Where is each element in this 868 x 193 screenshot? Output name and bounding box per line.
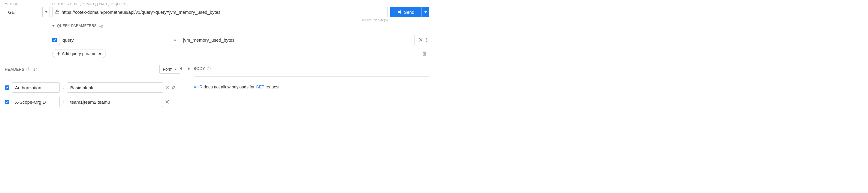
pane-divider bbox=[185, 65, 185, 107]
collapse-left-icon[interactable] bbox=[180, 67, 182, 70]
url-input-container[interactable] bbox=[52, 7, 388, 17]
lock-icon bbox=[56, 10, 62, 14]
collapse-right-icon[interactable] bbox=[188, 67, 190, 70]
body-msg-post: request. bbox=[265, 84, 281, 89]
param-key-input[interactable] bbox=[59, 35, 170, 45]
header-value-input[interactable] bbox=[67, 82, 163, 92]
body-message: XHR does not allow payloads for GET requ… bbox=[194, 84, 429, 89]
remove-header-icon[interactable] bbox=[165, 100, 169, 104]
body-msg-xhr: XHR bbox=[194, 84, 203, 89]
equals-sign: = bbox=[173, 37, 177, 42]
query-params-title: QUERY PARAMETERS bbox=[57, 24, 97, 28]
send-label: Send bbox=[404, 10, 414, 15]
svg-text:Z: Z bbox=[101, 26, 103, 28]
remove-param-icon[interactable] bbox=[419, 38, 423, 42]
body-msg-mid: does not allow payloads for bbox=[203, 84, 256, 89]
caret-down-icon bbox=[52, 25, 55, 27]
query-params-header[interactable]: QUERY PARAMETERS AZ bbox=[52, 24, 429, 28]
body-title: BODY ? bbox=[194, 66, 211, 71]
sort-icon[interactable]: AZ bbox=[99, 24, 103, 28]
svg-point-3 bbox=[426, 39, 427, 40]
method-dropdown-caret[interactable] bbox=[42, 7, 50, 17]
sort-icon[interactable]: AZ bbox=[33, 68, 37, 71]
help-icon[interactable]: ? bbox=[26, 68, 30, 71]
header-value-input[interactable] bbox=[67, 97, 163, 107]
colon: : bbox=[62, 100, 65, 104]
send-icon bbox=[397, 10, 402, 14]
add-query-param-button[interactable]: Add query parameter bbox=[52, 49, 106, 58]
header-key-input[interactable] bbox=[12, 82, 60, 92]
header-key-input[interactable] bbox=[12, 97, 60, 107]
plus-icon bbox=[57, 52, 60, 55]
method-label: METHOD bbox=[5, 2, 50, 6]
send-button[interactable]: Send bbox=[390, 7, 422, 17]
url-length-text: length: 72 byte(s) bbox=[5, 18, 429, 22]
method-select[interactable]: GET bbox=[5, 7, 50, 17]
query-param-row: = bbox=[52, 35, 429, 45]
header-row: : bbox=[5, 82, 180, 92]
url-hint-label: SCHEME :// HOST [ ":" PORT ] [ PATH [ "?… bbox=[52, 2, 388, 6]
trash-icon[interactable] bbox=[423, 51, 426, 56]
link-icon[interactable] bbox=[172, 85, 176, 89]
help-icon[interactable]: ? bbox=[207, 67, 211, 70]
method-value: GET bbox=[5, 7, 42, 17]
colon: : bbox=[62, 85, 65, 90]
more-icon[interactable] bbox=[426, 38, 427, 42]
headers-view-label: Form bbox=[163, 67, 173, 72]
svg-point-2 bbox=[426, 38, 427, 39]
param-enable-checkbox[interactable] bbox=[52, 38, 57, 42]
svg-text:Z: Z bbox=[36, 70, 37, 71]
header-enable-checkbox[interactable] bbox=[5, 85, 9, 90]
header-row: : bbox=[5, 97, 180, 107]
header-enable-checkbox[interactable] bbox=[5, 100, 9, 104]
send-dropdown[interactable] bbox=[422, 7, 429, 17]
headers-title: HEADERS ? AZ bbox=[5, 67, 37, 72]
remove-header-icon[interactable] bbox=[165, 86, 169, 89]
body-msg-method: GET bbox=[256, 84, 265, 89]
svg-point-4 bbox=[426, 41, 427, 42]
param-value-input[interactable] bbox=[180, 35, 415, 45]
headers-view-dropdown[interactable]: Form bbox=[159, 65, 180, 74]
url-input[interactable] bbox=[62, 10, 384, 15]
send-button-group: Send bbox=[390, 7, 429, 17]
add-param-label: Add query parameter bbox=[62, 51, 101, 56]
